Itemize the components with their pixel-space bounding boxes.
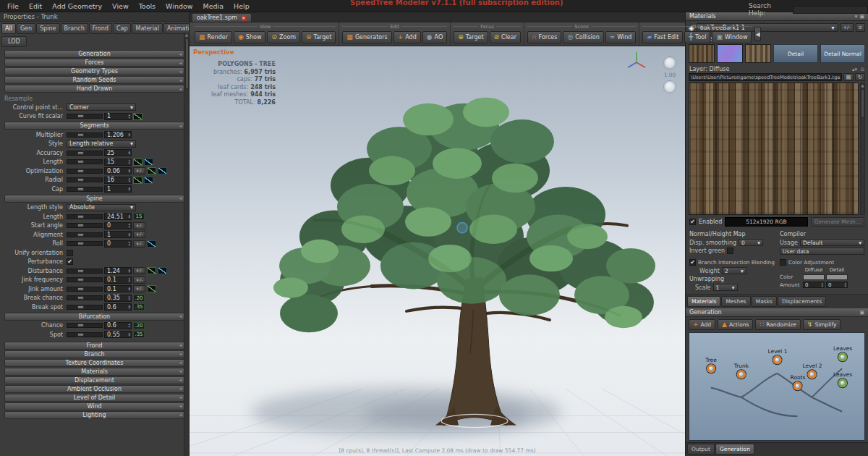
generator-node[interactable]: Leaves	[833, 345, 852, 361]
spinner-icons[interactable]: ▴▾	[128, 151, 130, 156]
toolbar-button[interactable]: ⊕Target	[302, 31, 336, 43]
value-field[interactable]: 1▴▾	[104, 113, 132, 120]
plus-minus-button[interactable]: +/-	[133, 276, 145, 284]
perspective-label[interactable]: Perspective	[193, 48, 234, 56]
curve-editor-thumb[interactable]	[147, 267, 156, 274]
section-header[interactable]: Ambient Occlusion ◂	[4, 385, 184, 393]
spinner-icons[interactable]: ▴▾	[128, 305, 130, 310]
generator-node[interactable]: Roots	[791, 374, 806, 390]
toolbar-button[interactable]: ╋Tool	[684, 31, 710, 43]
bark-texture-preview[interactable]	[689, 83, 859, 215]
reload-icon[interactable]: ↻	[855, 73, 865, 81]
curve-editor-thumb-2[interactable]	[144, 159, 153, 166]
generation-tab[interactable]: Generation	[715, 444, 754, 455]
value-field[interactable]: 0.6▴▾	[104, 322, 132, 329]
toolbar-button[interactable]: ∩Forces	[527, 31, 561, 43]
curve-editor-thumb-2[interactable]	[158, 167, 167, 174]
spinner-icons[interactable]: ▴▾	[128, 332, 130, 337]
toolbar-button[interactable]: ◉Show	[234, 31, 265, 43]
diffuse-color-swatch[interactable]	[803, 274, 825, 280]
value-field[interactable]: 0▴▾	[104, 222, 132, 229]
value-field[interactable]: 0.55▴▾	[104, 331, 132, 338]
curve-editor-thumb[interactable]	[147, 285, 156, 292]
section-header[interactable]: Level of Detail ◂	[4, 394, 184, 402]
checkbox[interactable]: ✔	[67, 258, 73, 265]
height-texture-thumb[interactable]	[745, 44, 771, 63]
materials-tab[interactable]: Meshes	[721, 296, 750, 307]
spinner-icons[interactable]: ▴▾	[128, 277, 130, 282]
generation-button[interactable]: ▲Actions	[718, 319, 753, 330]
spinner-icons[interactable]: ▴▾	[128, 159, 130, 164]
value-field[interactable]: 1▴▾	[104, 185, 132, 193]
detail-amount-field[interactable]: 0▴▾	[826, 282, 848, 288]
generator-node[interactable]: Trunk	[734, 363, 749, 379]
user-data-field[interactable]: User data	[780, 248, 864, 255]
curve-editor-thumb-2[interactable]	[158, 267, 167, 274]
spinner-icons[interactable]: ▴▾	[128, 177, 130, 182]
value-badge[interactable]: .20	[133, 295, 145, 302]
generator-node[interactable]: Tree	[705, 357, 717, 373]
bib-checkbox[interactable]: ✔	[689, 259, 696, 266]
diffuse-amount-field[interactable]: 0▴▾	[803, 282, 825, 288]
fog-widget-icon[interactable]	[663, 80, 676, 93]
slider[interactable]	[67, 295, 103, 300]
usage-select[interactable]: Default▾	[800, 239, 864, 246]
properties-tab[interactable]: Frond	[89, 23, 112, 34]
viewport-canvas[interactable]: Perspective POLYGONS - TREE branches:6,9…	[190, 46, 685, 456]
plus-minus-button[interactable]: +/-	[133, 167, 145, 174]
disp-smoothing-select[interactable]: 0▾	[739, 239, 763, 246]
plus-minus-button[interactable]: +/-	[133, 240, 145, 248]
value-field[interactable]: 0.1▴▾	[104, 285, 132, 292]
generation-button[interactable]: ↯Simplify	[803, 319, 841, 330]
generator-node-graph[interactable]: Tree Trunk Level 1	[689, 332, 865, 441]
slider[interactable]	[67, 169, 103, 174]
menu-item[interactable]: Tools	[134, 1, 161, 12]
section-header[interactable]: Materials ◂	[4, 368, 184, 376]
section-header[interactable]: Wind ◂	[4, 402, 184, 410]
spinner-icons[interactable]: ▴▾	[128, 169, 130, 174]
close-icon[interactable]: ✕	[241, 15, 247, 21]
slider[interactable]	[67, 177, 103, 182]
section-header[interactable]: Lighting ◂	[4, 411, 184, 419]
value-field[interactable]: 0.6▴▾	[104, 303, 132, 311]
generation-tab[interactable]: Output	[687, 444, 715, 455]
texture-path-field[interactable]: \Users\User\Pictures\game\speedTreeModel…	[689, 73, 842, 81]
plus-minus-button[interactable]: +/-	[133, 285, 145, 292]
value-field[interactable]: 25▴▾	[104, 149, 132, 156]
properties-tab[interactable]: Material	[132, 23, 163, 34]
slider[interactable]	[67, 323, 103, 328]
toolbar-button[interactable]: ⊘Clear	[490, 31, 521, 43]
curve-editor-thumb-2[interactable]	[144, 177, 153, 184]
generate-mesh-button[interactable]: Generate Mesh...	[811, 217, 864, 227]
properties-tab[interactable]: All	[1, 23, 16, 34]
properties-tab[interactable]: Gen	[17, 23, 35, 34]
slider[interactable]	[67, 214, 103, 219]
generation-button[interactable]: +Add	[689, 319, 715, 330]
spinner-icons[interactable]: ▴▾	[128, 269, 130, 274]
invert-green-checkbox[interactable]	[727, 248, 733, 254]
slider[interactable]	[67, 305, 103, 310]
curve-editor-thumb[interactable]	[133, 177, 142, 184]
detail-normal-button[interactable]: Detail Normal	[820, 44, 865, 63]
materials-tab[interactable]: Displacements	[778, 296, 826, 307]
texture-scrollbar[interactable]: ▲	[860, 83, 865, 215]
toolbar-button[interactable]: ▣Window	[712, 31, 752, 43]
curve-editor-thumb[interactable]	[147, 167, 156, 174]
toolbar-button[interactable]: ●AO	[422, 31, 448, 43]
curve-editor-thumb[interactable]	[133, 159, 142, 166]
section-header-segments[interactable]: Segments ◂	[4, 122, 184, 130]
value-field[interactable]: 16▴▾	[104, 177, 132, 184]
toolbar-button[interactable]: ◎Collision	[563, 31, 603, 43]
material-options-button[interactable]: ≡	[856, 23, 865, 32]
menu-item[interactable]: Edit	[24, 1, 47, 12]
value-field[interactable]: 0▴▾	[104, 240, 132, 248]
light-widget-icon[interactable]	[663, 56, 676, 69]
section-header[interactable]: Forces ◂	[4, 59, 184, 67]
menu-item[interactable]: Help	[229, 1, 255, 12]
value-badge[interactable]: 15	[133, 213, 145, 220]
document-tab[interactable]: oakTree1.spm ✕	[192, 13, 252, 22]
value-badge[interactable]: .20	[133, 322, 145, 329]
value-field[interactable]: 0.06▴▾	[104, 167, 132, 174]
toolbar-button[interactable]: ≈Wind	[605, 31, 637, 43]
generator-node[interactable]: Level 2	[803, 363, 822, 379]
